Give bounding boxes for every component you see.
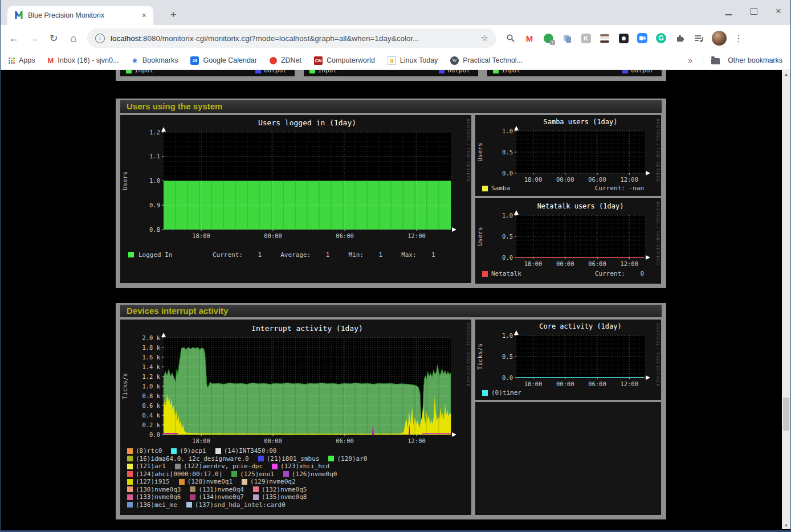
legend-swatch <box>255 70 261 73</box>
close-icon[interactable]: × <box>776 8 781 15</box>
scroll-down-icon[interactable]: ▼ <box>782 521 790 529</box>
legend-label: Output <box>631 70 654 74</box>
bookmark-label: Bookmarks <box>142 56 178 64</box>
wordpress-icon: W <box>450 56 459 65</box>
bookmark-item[interactable]: ltLinux Today <box>388 56 438 65</box>
copy-pages-icon[interactable] <box>561 32 573 44</box>
profile-avatar[interactable] <box>712 31 727 46</box>
bookmark-item[interactable]: WPractical Technol... <box>450 56 523 65</box>
svg-text:1.6 k: 1.6 k <box>142 354 160 361</box>
legend-label: (125)eno1 <box>240 470 274 478</box>
legend-swatch <box>272 464 278 469</box>
browser-menu-icon[interactable]: ⋮ <box>734 33 743 44</box>
bookmark-item[interactable]: MInbox (16) - sjvn0... <box>48 56 119 65</box>
core-activity-graph[interactable]: 0.00.51.018:0000:0006:0012:00Core activi… <box>475 320 661 400</box>
bookmark-label: Google Calendar <box>203 56 257 64</box>
legend-label: (120)ar0 <box>337 455 367 463</box>
legend-label: Netatalk <box>491 270 521 277</box>
zoom-app-icon[interactable] <box>637 32 648 44</box>
samba-users-graph[interactable]: 0.00.51.018:0000:0006:0012:00Samba users… <box>475 115 661 196</box>
bookmark-item[interactable]: Apps <box>9 56 35 64</box>
interrupt-activity-graph[interactable]: 2.0 k1.8 k1.6 k1.4 k1.2 k1.0 k0.8 k0.6 k… <box>120 320 471 515</box>
svg-text:1.1: 1.1 <box>149 153 160 159</box>
search-icon[interactable] <box>505 32 516 44</box>
graph-legend: (0)timer <box>475 389 661 396</box>
bookmark-item[interactable]: ZDNet <box>270 56 301 64</box>
scrollbar[interactable]: ▲ ▼ <box>782 70 790 529</box>
url-text[interactable]: localhost:8080/monitorix-cgi/monitorix.c… <box>111 34 475 43</box>
page-info-icon[interactable]: i <box>95 34 105 43</box>
svg-text:0.0: 0.0 <box>149 431 160 438</box>
svg-text:18:00: 18:00 <box>192 437 210 444</box>
bookmark-star-icon[interactable]: ☆ <box>481 33 488 43</box>
bookmark-item[interactable]: CWComputerworld <box>314 56 375 65</box>
legend-label: (128)nvme0q1 <box>187 478 233 485</box>
titlebar: Blue Precision Monitorix × + × <box>1 0 790 25</box>
network-graph-partial[interactable]: InputOutput <box>120 70 295 76</box>
legend-swatch <box>171 448 177 454</box>
grammarly-icon[interactable]: G <box>655 32 667 44</box>
lamp-icon[interactable] <box>618 32 629 44</box>
legend-label: (123)xhci_hcd <box>280 463 329 470</box>
voice-icon[interactable]: ? <box>543 32 554 44</box>
netatalk-users-graph[interactable]: 0.00.51.018:0000:0006:0012:00Netatalk us… <box>475 198 661 284</box>
legend-label: (132)nvme0q5 <box>262 486 307 493</box>
forward-icon[interactable]: → <box>27 32 40 44</box>
tab-close-icon[interactable]: × <box>142 11 146 19</box>
bookmark-label: Linux Today <box>400 56 438 64</box>
empty-cell <box>475 402 661 515</box>
apps-grid-icon <box>9 58 15 64</box>
home-icon[interactable]: ⌂ <box>67 32 80 44</box>
legend-label: (136)mei_me <box>136 501 177 509</box>
svg-text:06:00: 06:00 <box>588 260 606 267</box>
legend-item: (128)nvme0q1 <box>179 478 233 485</box>
bookmarks-bar: AppsMInbox (16) - sjvn0...★Bookmarks28Go… <box>1 51 790 70</box>
legend-item: (121)ar1 <box>127 463 166 470</box>
network-graph-partial[interactable]: InputOutput <box>487 70 662 76</box>
svg-text:1.0: 1.0 <box>149 177 160 184</box>
kite-icon[interactable]: K <box>580 32 592 44</box>
star-icon: ★ <box>131 56 138 65</box>
legend-label: Input <box>134 70 153 74</box>
minimize-icon[interactable] <box>725 7 732 15</box>
legend-swatch <box>253 486 259 492</box>
svg-text:0.0: 0.0 <box>502 254 513 261</box>
svg-text:00:00: 00:00 <box>264 437 282 444</box>
legend-current: Current: -nan <box>595 185 644 192</box>
playlist-icon[interactable] <box>693 32 704 44</box>
extensions-puzzle-icon[interactable] <box>674 32 686 44</box>
legend-swatch <box>179 479 185 485</box>
legend-swatch <box>328 456 334 461</box>
gmail-icon[interactable]: M <box>524 32 535 44</box>
browser-tab[interactable]: Blue Precision Monitorix × <box>7 6 153 25</box>
legend-item: (132)nvme0q5 <box>253 486 307 493</box>
maximize-icon[interactable] <box>751 8 757 15</box>
new-tab-button[interactable]: + <box>170 9 177 21</box>
legend-stats: Current: 1 Average: 1 Min: 1 Max: 1 <box>213 251 435 259</box>
legend-swatch <box>127 471 133 477</box>
grammarly-glyph: G <box>656 33 666 43</box>
back-icon[interactable]: ← <box>7 32 20 44</box>
scrollbar-thumb[interactable] <box>783 398 789 431</box>
legend-swatch <box>127 456 133 461</box>
svg-text:Users: Users <box>476 142 484 161</box>
svg-text:Ticks/s: Ticks/s <box>121 373 129 399</box>
reload-icon[interactable]: ↻ <box>47 32 60 44</box>
address-bar[interactable]: i localhost:8080/monitorix-cgi/monitorix… <box>87 28 496 48</box>
stack-icon[interactable] <box>599 32 610 44</box>
svg-text:0.0: 0.0 <box>502 170 513 177</box>
bookmarks-overflow-icon[interactable]: » <box>688 56 692 65</box>
network-graph-partial[interactable]: InputOutput <box>304 70 478 76</box>
svg-text:1.0 k: 1.0 k <box>142 383 160 390</box>
users-logged-in-graph[interactable]: 0.80.91.01.11.218:0000:0006:0012:00Users… <box>120 115 471 283</box>
output-legend-item: Output <box>439 70 470 74</box>
graph-legend: Logged InCurrent: 1 Average: 1 Min: 1 Ma… <box>120 251 471 260</box>
legend-item: (122)aerdrv, pcie-dpc <box>175 463 263 470</box>
scroll-up-icon[interactable]: ▲ <box>782 70 790 78</box>
graph-legend: SambaCurrent: -nan <box>475 185 661 192</box>
bookmark-item[interactable]: ★Bookmarks <box>131 56 178 65</box>
legend-item: (134)nvme0q7 <box>190 493 243 501</box>
bookmark-item[interactable]: 28Google Calendar <box>190 56 257 65</box>
gmail-icon: M <box>48 56 54 65</box>
other-bookmarks-label[interactable]: Other bookmarks <box>728 56 782 64</box>
